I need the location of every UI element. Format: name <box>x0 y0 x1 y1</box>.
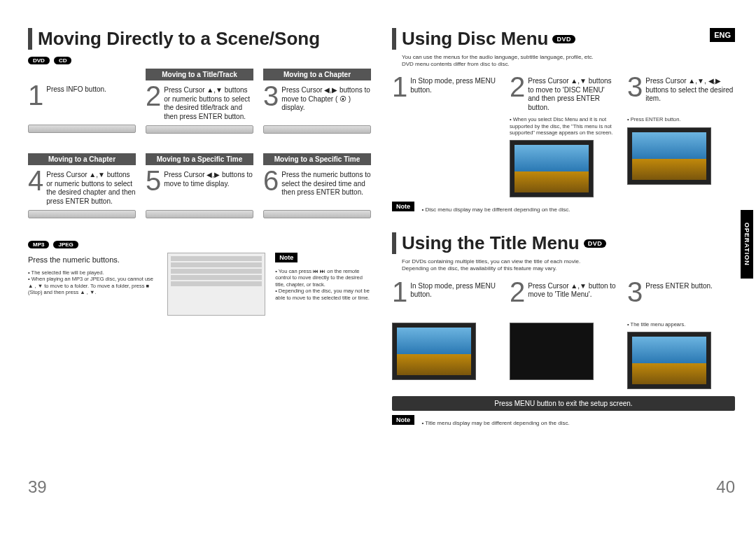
disc-note-row: Note • Disc menu display may be differen… <box>392 202 735 214</box>
title-scene-song: Moving Directly to a Scene/Song <box>28 28 371 50</box>
pill-dvd: DVD <box>28 57 50 64</box>
tv-thumb <box>510 140 594 197</box>
osd-strip <box>28 210 136 218</box>
pill-mp3: MP3 <box>28 241 49 248</box>
hdr-title-track: Moving to a Title/Track <box>146 69 253 80</box>
step-num-1: 1 <box>28 83 43 108</box>
title-step3-bullets: • The title menu appears. <box>627 321 735 328</box>
disc-step3-bullets: • Press ENTER button. <box>627 116 735 122</box>
pill-cd: CD <box>54 57 72 64</box>
page-40: ENG OPERATION Using Disc Menu DVD You ca… <box>392 28 735 504</box>
left-note-text: • You can press ⏮ ⏭ on the remote contro… <box>275 268 371 301</box>
step-num-5: 5 <box>146 168 161 193</box>
osd-strip <box>146 125 253 134</box>
step-num-2: 2 <box>146 83 161 108</box>
step-num-1: 1 <box>392 279 407 304</box>
step-num-4: 4 <box>28 168 43 193</box>
title-disc-menu: Using Disc Menu DVD <box>392 28 735 50</box>
steps-row-1: 1 Press INFO button. Moving to a Title/T… <box>28 69 371 134</box>
format-pills-bottom: MP3 JPEG <box>28 241 371 248</box>
step-5-text: Press Cursor ◀,▶ buttons to move to time… <box>164 168 253 188</box>
hdr-chapter-a: Moving to a Chapter <box>263 69 371 80</box>
titlemenu-intro: For DVDs containing multiple titles, you… <box>402 258 735 272</box>
title-steps-row: 1 In Stop mode, press MENU button. 2 Pre… <box>392 279 735 389</box>
osd-strip <box>28 125 136 133</box>
pill-jpeg: JPEG <box>53 241 78 248</box>
step-num-2: 2 <box>510 279 525 304</box>
title-step3: Press ENTER button. <box>645 279 713 291</box>
title-step2: Press Cursor ▲,▼ button to move to 'Titl… <box>528 279 617 300</box>
mp3-text: Press the numeric buttons. <box>28 253 158 265</box>
osd-strip <box>263 125 371 134</box>
hdr-time-a: Moving to a Specific Time <box>146 153 253 165</box>
step-num-6: 6 <box>263 168 279 193</box>
note-badge: Note <box>275 253 298 262</box>
tv-thumb-dark <box>510 323 594 380</box>
hdr-chapter-b: Moving to a Chapter <box>28 153 136 165</box>
disc-step1: In Stop mode, press MENU button. <box>410 74 500 94</box>
dvd-pill-icon: DVD <box>584 239 607 248</box>
tv-thumb <box>627 127 711 185</box>
title-note-row: Note • Title menu display may be differe… <box>392 415 735 428</box>
tv-thumb <box>627 332 711 389</box>
hdr-time-b: Moving to a Specific Time <box>263 153 371 165</box>
osd-strip <box>146 210 253 218</box>
disc-steps-row: 1 In Stop mode, press MENU button. 2 Pre… <box>392 74 735 197</box>
step-num-3: 3 <box>627 74 643 99</box>
note-badge: Note <box>392 202 414 211</box>
format-pills-top: DVD CD <box>28 57 371 64</box>
page-number-left: 39 <box>28 477 47 497</box>
disc-intro: You can use the menus for the audio lang… <box>402 54 735 67</box>
disc-step3: Press Cursor ▲,▼, ◀,▶ buttons to select … <box>645 74 735 104</box>
tv-thumb <box>392 323 476 380</box>
title-step1: In Stop mode, press MENU button. <box>410 279 500 300</box>
page-39: Moving Directly to a Scene/Song DVD CD 1… <box>28 28 371 504</box>
step-num-2: 2 <box>510 74 525 99</box>
title-title-menu: Using the Title Menu DVD <box>392 232 735 254</box>
step-1-text: Press INFO button. <box>46 83 106 94</box>
osd-strip <box>263 210 371 218</box>
page-number-right: 40 <box>716 477 735 497</box>
step-num-3: 3 <box>263 83 279 108</box>
mp3-row: Press the numeric buttons. • The selecte… <box>28 253 371 316</box>
step-4-text: Press Cursor ▲,▼ buttons or numeric butt… <box>46 168 136 206</box>
title-note: • Title menu display may be different de… <box>421 420 569 427</box>
steps-row-2: Moving to a Chapter 4 Press Cursor ▲,▼ b… <box>28 153 371 218</box>
disc-step2-bullets: • When you select Disc Menu and it is no… <box>510 116 617 136</box>
step-6-text: Press the numeric buttons to select the … <box>281 168 371 197</box>
dvd-pill-icon: DVD <box>552 35 575 43</box>
disc-note: • Disc menu display may be different dep… <box>421 206 570 213</box>
mp3-nav-screen <box>167 253 265 316</box>
operation-tab: OPERATION <box>741 210 753 279</box>
step-2-text: Press Cursor ▲,▼ buttons or numeric butt… <box>164 83 253 121</box>
step-num-3: 3 <box>627 279 643 304</box>
note-badge: Note <box>392 415 414 425</box>
mp3-bullets: • The selected file will be played. • Wh… <box>28 269 158 296</box>
step-3-text: Press Cursor ◀,▶ buttons to move to Chap… <box>281 83 371 113</box>
disc-step2: Press Cursor ▲,▼ buttons to move to 'DIS… <box>528 74 617 112</box>
exit-footer: Press MENU button to exit the setup scre… <box>392 396 735 411</box>
step-num-1: 1 <box>392 74 407 99</box>
lang-badge: ENG <box>710 28 735 42</box>
